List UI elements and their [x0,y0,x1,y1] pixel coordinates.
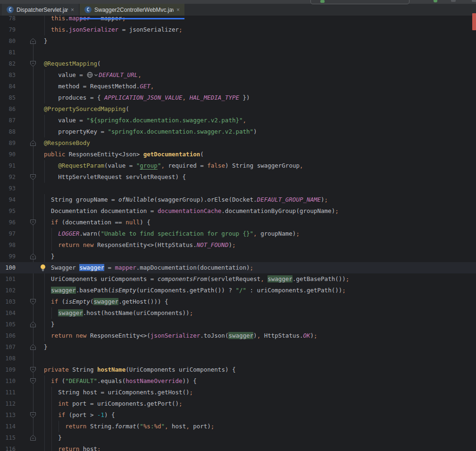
code-editor[interactable]: 78 this.mapper = mapper;79 this.jsonSeri… [0,16,476,451]
code-line[interactable]: 100 Swagger swagger = mapper.mapDocument… [0,262,476,273]
tab-swagger2controllerwebmvc[interactable]: C Swagger2ControllerWebMvc.java × [80,4,184,16]
code-line[interactable]: 79 this.jsonSerializer = jsonSerializer; [0,24,476,35]
code-text: public ResponseEntity<Json> getDocumenta… [0,149,204,160]
code-text: @ResponseBody [0,137,90,149]
main-toolbar [0,0,476,4]
code-line[interactable]: 95 Documentation documentation = documen… [0,205,476,217]
code-text [0,47,37,58]
code-line[interactable]: 94 String groupName = ofNullable(swagger… [0,194,476,205]
close-icon[interactable]: × [176,7,180,13]
chevron-down-icon[interactable] [94,72,98,78]
code-line[interactable]: 110 if ("DEFAULT".equals(hostNameOverrid… [0,375,476,387]
code-text [0,353,37,364]
code-text: this.mapper = mapper; [0,16,125,24]
run-icon [320,0,325,3]
class-icon: C [7,6,14,13]
code-text: Documentation documentation = documentat… [0,205,339,217]
status-dot-icon [434,0,437,2]
code-text: } [0,319,55,330]
code-line[interactable]: 91 @RequestParam(value = "group", requir… [0,160,476,171]
code-line[interactable]: 108 [0,353,476,364]
code-line[interactable]: 89 @ResponseBody [0,137,476,149]
toolbar-icon[interactable] [451,0,456,2]
code-text: if (isEmpty(swagger.getHost())) { [0,296,168,307]
code-text: if (port > -1) { [0,409,115,421]
toolbar-icon[interactable] [472,0,476,2]
code-text: return new ResponseEntity<>(HttpStatus.N… [0,239,235,251]
code-line[interactable]: 101 UriComponents uriComponents = compon… [0,273,476,285]
code-text: swagger.host(hostName(uriComponents)); [0,307,193,319]
code-line[interactable]: 86 @PropertySourcedMapping( [0,103,476,115]
code-line[interactable]: 90 public ResponseEntity<Json> getDocume… [0,149,476,160]
scrollbar-error-stripe-mark[interactable] [472,13,476,30]
code-line[interactable]: 106 return new ResponseEntity<>(jsonSeri… [0,330,476,341]
code-line[interactable]: 115 } [0,432,476,443]
code-line[interactable]: 105 } [0,319,476,330]
code-line[interactable]: 92 HttpServletRequest servletRequest) { [0,171,476,183]
code-text: } [0,35,48,47]
code-text: LOGGER.warn("Unable to find specificatio… [0,228,300,239]
code-line[interactable]: 78 this.mapper = mapper; [0,16,476,24]
code-line[interactable]: 103 if (isEmpty(swagger.getHost())) { [0,296,476,307]
web-reference-icon[interactable] [87,72,93,78]
code-text: return String.format("%s:%d", host, port… [0,421,214,432]
code-text: @PropertySourcedMapping( [0,103,129,115]
code-text: @RequestParam(value = "group", required … [0,160,303,171]
code-text: value = DEFAULT_URL, [0,69,142,81]
ide-window: { "toolbar": { "run_box_value": "", "sta… [0,0,476,451]
code-text: produces = { APPLICATION_JSON_VALUE, HAL… [0,92,250,103]
run-configuration-box[interactable] [310,0,409,4]
code-text: value = "${springfox.documentation.swagg… [0,115,246,126]
code-line[interactable]: 84 method = RequestMethod.GET, [0,81,476,92]
code-line[interactable]: 81 [0,47,476,58]
code-text: String host = uriComponents.getHost(); [0,387,193,398]
code-text: UriComponents uriComponents = components… [0,273,349,285]
code-line[interactable]: 88 propertyKey = "springfox.documentatio… [0,126,476,137]
code-line[interactable]: 113 if (port > -1) { [0,409,476,421]
code-text: private String hostName(UriComponents ur… [0,364,235,375]
code-line[interactable]: 93 [0,183,476,194]
code-text: int port = uriComponents.getPort(); [0,398,183,409]
code-text: } [0,341,48,353]
code-text: propertyKey = "springfox.documentation.s… [0,126,257,137]
code-text: return new ResponseEntity<>(jsonSerializ… [0,330,317,341]
code-line[interactable]: 82 @RequestMapping( [0,58,476,69]
code-text: Swagger swagger = mapper.mapDocumentatio… [0,262,253,273]
editor-tab-bar: C DispatcherServlet.java × C Swagger2Con… [0,4,476,16]
active-tab-underline [80,18,184,19]
code-line[interactable]: 85 produces = { APPLICATION_JSON_VALUE, … [0,92,476,103]
close-icon[interactable]: × [71,7,74,13]
code-text: method = RequestMethod.GET, [0,81,154,92]
code-line[interactable]: 116 return host; [0,443,476,451]
code-text: this.jsonSerializer = jsonSerializer; [0,24,183,35]
code-text: if ("DEFAULT".equals(hostNameOverride)) … [0,375,197,387]
tab-label: Swagger2ControllerWebMvc.java [94,7,174,13]
code-line[interactable]: 83 value = DEFAULT_URL, [0,69,476,81]
code-line[interactable]: 111 String host = uriComponents.getHost(… [0,387,476,398]
code-text: if (documentation == null) { [0,217,150,228]
class-icon: C [84,6,92,13]
code-line[interactable]: 97 LOGGER.warn("Unable to find specifica… [0,228,476,239]
code-text: swagger.basePath(isEmpty(uriComponents.g… [0,285,346,296]
code-text: } [0,251,55,262]
code-line[interactable]: 98 return new ResponseEntity<>(HttpStatu… [0,239,476,251]
code-line[interactable]: 96 if (documentation == null) { [0,217,476,228]
code-line[interactable]: 112 int port = uriComponents.getPort(); [0,398,476,409]
code-line[interactable]: 114 return String.format("%s:%d", host, … [0,421,476,432]
code-line[interactable]: 107 } [0,341,476,353]
code-line[interactable]: 102 swagger.basePath(isEmpty(uriComponen… [0,285,476,296]
code-text: String groupName = ofNullable(swaggerGro… [0,194,328,205]
tab-dispatcherservlet[interactable]: C DispatcherServlet.java × [2,4,79,16]
code-line[interactable]: 87 value = "${springfox.documentation.sw… [0,115,476,126]
code-text [0,183,37,194]
code-line[interactable]: 104 swagger.host(hostName(uriComponents)… [0,307,476,319]
code-line[interactable]: 99 } [0,251,476,262]
tab-label: DispatcherServlet.java [17,7,68,13]
code-text: return host; [0,443,100,451]
code-line[interactable]: 80 } [0,35,476,47]
code-line[interactable]: 109 private String hostName(UriComponent… [0,364,476,375]
code-text: } [0,432,62,443]
code-text: @RequestMapping( [0,58,100,69]
code-text: HttpServletRequest servletRequest) { [0,171,186,183]
code-rows: 78 this.mapper = mapper;79 this.jsonSeri… [0,16,476,451]
